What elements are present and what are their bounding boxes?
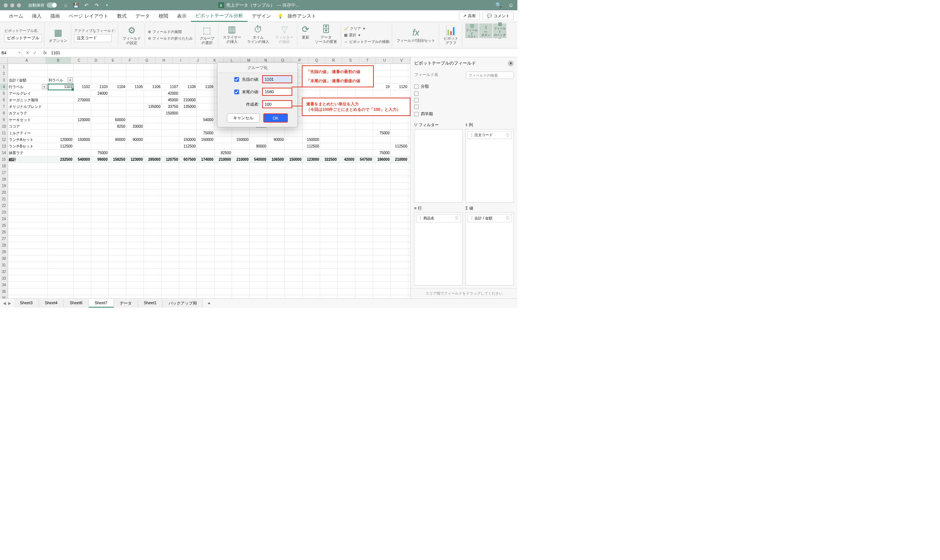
cell[interactable] (8, 282, 48, 288)
cell[interactable] (109, 196, 126, 203)
cell[interactable] (126, 203, 144, 209)
filter-connections-button[interactable]: ▽ フィルター の接続 (274, 23, 295, 47)
insert-timeline-button[interactable]: ⏱ タイム ラインの挿入 (246, 23, 271, 47)
cell[interactable] (302, 288, 320, 295)
cell[interactable] (391, 269, 408, 275)
maximize-window[interactable] (17, 3, 21, 7)
move-pt-button[interactable]: ↔ピボットテーブルの移動 (344, 39, 390, 45)
pivot-chart-button[interactable]: 📊 ピボット グラフ (442, 25, 460, 46)
column-header[interactable]: J (190, 57, 206, 63)
cell[interactable] (109, 249, 126, 255)
cell[interactable] (48, 130, 74, 137)
share-button[interactable]: ↗共有 (459, 12, 480, 20)
cell[interactable] (197, 110, 214, 117)
sheet-tab[interactable]: Sheet1 (138, 299, 163, 308)
cell[interactable] (356, 163, 373, 169)
cell[interactable] (162, 189, 179, 196)
cell[interactable] (197, 64, 214, 71)
cell[interactable] (373, 137, 391, 143)
cell[interactable] (74, 229, 91, 235)
cell[interactable] (91, 97, 109, 103)
cell[interactable] (356, 196, 373, 203)
row-header[interactable]: 4 (0, 84, 8, 90)
cell[interactable] (109, 222, 126, 229)
row-header[interactable]: 26 (0, 229, 8, 235)
cell[interactable] (91, 249, 109, 255)
cell[interactable] (302, 282, 320, 288)
cell[interactable] (338, 84, 356, 90)
cell[interactable] (250, 295, 267, 298)
cell[interactable] (179, 295, 197, 298)
cell[interactable] (408, 288, 410, 295)
cell[interactable] (74, 255, 91, 262)
cell[interactable] (74, 242, 91, 249)
cell[interactable] (126, 189, 144, 196)
row-header[interactable]: 16 (0, 163, 8, 169)
cell[interactable] (144, 176, 162, 183)
cell[interactable] (197, 275, 214, 282)
cell[interactable] (320, 71, 338, 77)
cell[interactable] (126, 117, 144, 123)
cell[interactable] (144, 137, 162, 143)
cell[interactable] (179, 209, 197, 216)
cell[interactable] (91, 169, 109, 176)
cell[interactable] (214, 189, 232, 196)
row-header[interactable]: 31 (0, 262, 8, 269)
cell[interactable] (74, 249, 91, 255)
cell[interactable] (338, 229, 356, 235)
cell[interactable] (391, 64, 408, 71)
cell[interactable] (214, 249, 232, 255)
cell[interactable]: 75000 (197, 130, 214, 137)
cell[interactable] (179, 288, 197, 295)
cell[interactable] (74, 216, 91, 222)
cell[interactable] (232, 189, 250, 196)
cell[interactable] (197, 235, 214, 242)
cell[interactable] (109, 90, 126, 97)
cell[interactable] (214, 137, 232, 143)
cell[interactable] (408, 64, 410, 71)
cell[interactable] (91, 275, 109, 282)
cell[interactable] (8, 71, 48, 77)
cell[interactable] (232, 143, 250, 150)
cell[interactable] (179, 229, 197, 235)
cell[interactable]: アールグレイ (8, 90, 48, 97)
cell[interactable] (338, 150, 356, 156)
cell[interactable] (373, 288, 391, 295)
cell[interactable] (214, 255, 232, 262)
cell[interactable] (144, 262, 162, 269)
cell[interactable] (126, 249, 144, 255)
column-header[interactable]: C (71, 57, 88, 63)
cell[interactable] (320, 110, 338, 117)
cell[interactable] (338, 117, 356, 123)
cell[interactable] (356, 130, 373, 137)
cell[interactable]: 合計 / 金額 (8, 77, 48, 84)
cell[interactable] (8, 275, 48, 282)
cell[interactable] (91, 143, 109, 150)
cell[interactable] (302, 77, 320, 84)
row-header[interactable]: 14 (0, 150, 8, 156)
cell[interactable]: 285000 (144, 156, 162, 163)
cell[interactable] (338, 163, 356, 169)
cell[interactable] (91, 295, 109, 298)
cell[interactable] (144, 242, 162, 249)
comments-button[interactable]: 💬コメント (483, 12, 514, 20)
cell[interactable] (74, 269, 91, 275)
cell[interactable] (144, 123, 162, 130)
cell[interactable] (356, 71, 373, 77)
cell[interactable] (302, 110, 320, 117)
cell[interactable] (162, 229, 179, 235)
cell[interactable] (214, 242, 232, 249)
cell[interactable] (391, 77, 408, 84)
row-header[interactable]: 6 (0, 97, 8, 103)
cell[interactable] (91, 282, 109, 288)
row-header[interactable]: 18 (0, 176, 8, 183)
cell[interactable] (302, 64, 320, 71)
cell[interactable]: オーガニック珈琲 (8, 97, 48, 103)
cell[interactable] (214, 216, 232, 222)
cell[interactable] (250, 262, 267, 269)
cell[interactable] (267, 275, 285, 282)
cell[interactable] (408, 90, 410, 97)
cell[interactable] (197, 295, 214, 298)
cell[interactable] (356, 84, 373, 90)
cell[interactable] (267, 143, 285, 150)
